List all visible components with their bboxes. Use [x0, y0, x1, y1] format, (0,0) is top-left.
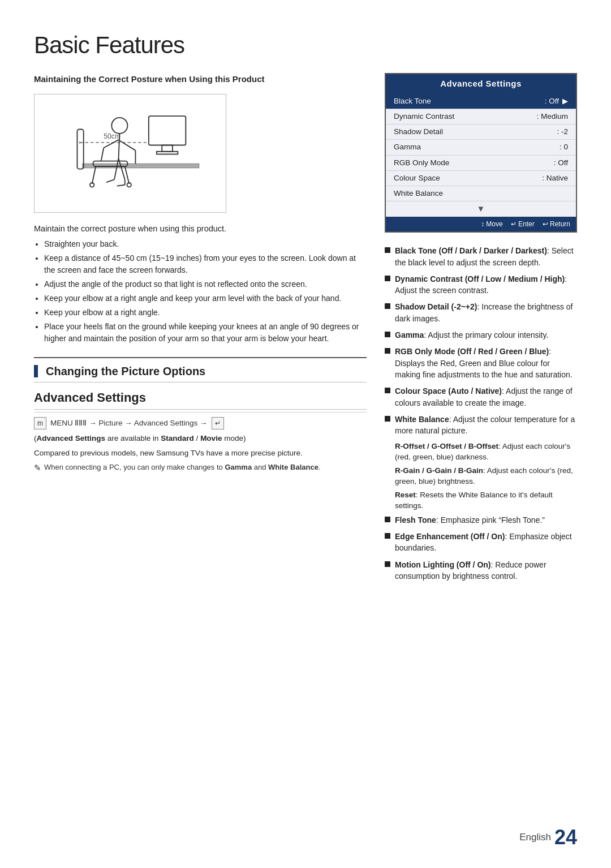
white-balance-note: R-Gain / G-Gain / B-Gain: Adjust each co…	[395, 466, 577, 487]
osd-row: Black Tone : Off ▶	[386, 94, 576, 109]
osd-move-label: ↕ Move	[481, 219, 503, 229]
note1: (Advanced Settings are available in Stan…	[34, 433, 367, 444]
feature-bullet-icon	[385, 533, 390, 539]
osd-row-label: RGB Only Mode	[394, 157, 449, 169]
adv-settings-subtitle: Advanced Settings	[34, 388, 367, 410]
feature-item: Shadow Detail (-2~+2): Increase the brig…	[385, 301, 577, 324]
svg-line-9	[118, 140, 135, 151]
svg-point-7	[111, 118, 127, 134]
footer-lang: English	[519, 830, 551, 845]
menu-path: m MENU ⅡⅡⅡ → Picture → Advanced Settings…	[34, 417, 367, 429]
svg-line-14	[118, 158, 124, 179]
menu-path-text: MENU ⅡⅡⅡ → Picture → Advanced Settings →	[50, 418, 208, 429]
svg-rect-6	[77, 129, 83, 169]
maintain-text: Maintain the correct posture when using …	[34, 223, 367, 235]
osd-return-label: ↩ Return	[543, 219, 570, 229]
svg-line-20	[125, 166, 129, 184]
feature-bullet-icon	[385, 388, 390, 393]
section-divider	[34, 357, 367, 358]
posture-bullet-item: Straighten your back.	[44, 238, 367, 250]
svg-line-15	[106, 179, 114, 182]
white-balance-note: Reset: Resets the White Balance to it's …	[395, 490, 577, 512]
osd-row-label: Dynamic Contrast	[394, 111, 454, 122]
osd-row-arrow: ▶	[562, 96, 568, 107]
feature-text: Shadow Detail (-2~+2): Increase the brig…	[395, 301, 577, 324]
section-divider-2	[34, 382, 367, 383]
osd-footer: ↕ Move ↵ Enter ↩ Return	[386, 217, 576, 231]
posture-bullets: Straighten your back.Keep a distance of …	[44, 238, 367, 345]
osd-row-label: Shadow Detail	[394, 126, 443, 137]
svg-rect-4	[157, 152, 178, 154]
osd-row: RGB Only Mode : Off	[386, 156, 576, 171]
feature-item: Edge Enhancement (Off / On): Emphasize o…	[385, 531, 577, 554]
svg-rect-5	[83, 164, 199, 167]
feature-list2: Flesh Tone: Emphasize pink “Flesh Tone.”…	[385, 514, 577, 582]
feature-text: Colour Space (Auto / Native): Adjust the…	[395, 385, 577, 409]
feature-bullet-icon	[385, 561, 390, 567]
svg-line-19	[92, 166, 96, 184]
posture-bullet-item: Keep a distance of 45~50 cm (15~19 inche…	[44, 252, 367, 276]
feature-list: Black Tone (Off / Dark / Darker / Darkes…	[385, 245, 577, 436]
posture-bullet-item: Keep your elbow at a right angle.	[44, 307, 367, 319]
posture-heading: Maintaining the Correct Posture when Usi…	[34, 73, 367, 86]
feature-text: RGB Only Mode (Off / Red / Green / Blue)…	[395, 346, 577, 380]
feature-item: RGB Only Mode (Off / Red / Green / Blue)…	[385, 346, 577, 380]
feature-item: Colour Space (Auto / Native): Adjust the…	[385, 385, 577, 409]
osd-header: Advanced Settings	[386, 74, 576, 94]
feature-text: Dynamic Contrast (Off / Low / Medium / H…	[395, 273, 577, 297]
feature-text: Black Tone (Off / Dark / Darker / Darkes…	[395, 245, 577, 268]
osd-row-value: : Medium	[536, 111, 568, 122]
blue-bar-icon	[34, 365, 38, 377]
osd-row-label: Gamma	[394, 141, 421, 153]
feature-text: Edge Enhancement (Off / On): Emphasize o…	[395, 531, 577, 554]
feature-item: Dynamic Contrast (Off / Low / Medium / H…	[385, 273, 577, 297]
feature-bullet-icon	[385, 416, 390, 422]
left-column: Maintaining the Correct Posture when Usi…	[34, 73, 367, 478]
osd-row: Shadow Detail : -2	[386, 124, 576, 140]
note2: Compared to previous models, new Samsung…	[34, 448, 367, 459]
osd-row-value: : -2	[557, 126, 568, 137]
osd-row-label: Black Tone	[394, 96, 431, 107]
feature-bullet-icon	[385, 348, 390, 354]
osd-box: Advanced Settings Black Tone : Off ▶ Dyn…	[385, 73, 577, 233]
feature-text: Motion Lighting (Off / On): Reduce power…	[395, 559, 577, 582]
changing-picture-heading: Changing the Picture Options	[34, 363, 367, 380]
feature-bullet-icon	[385, 517, 390, 522]
feature-item: Flesh Tone: Emphasize pink “Flesh Tone.”	[385, 514, 577, 526]
footer-page-number: 24	[554, 827, 577, 848]
posture-bullet-item: Keep your elbow at a right angle and kee…	[44, 293, 367, 304]
posture-illustration: 50cm	[34, 94, 226, 213]
page-title: Basic Features	[34, 27, 577, 63]
feature-bullet-icon	[385, 303, 390, 309]
white-balance-note: R-Offset / G-Offset / B-Offset: Adjust e…	[395, 441, 577, 463]
svg-rect-2	[149, 116, 186, 145]
feature-bullet-icon	[385, 332, 390, 337]
feature-text: Flesh Tone: Emphasize pink “Flesh Tone.”	[395, 514, 545, 526]
osd-row-value: : Off	[554, 157, 568, 169]
pencil-icon: ✎	[34, 462, 41, 475]
osd-row-value: : 0	[560, 141, 568, 153]
feature-text: Gamma: Adjust the primary colour intensi…	[395, 329, 548, 341]
right-column: Advanced Settings Black Tone : Off ▶ Dyn…	[385, 73, 577, 587]
svg-line-17	[117, 185, 125, 186]
osd-row: Colour Space : Native	[386, 171, 576, 186]
feature-bullet-icon	[385, 276, 390, 281]
menu-icon: m	[34, 417, 46, 429]
posture-bullet-item: Place your heels flat on the ground whil…	[44, 321, 367, 345]
svg-line-12	[101, 148, 104, 161]
feature-item: White Balance: Adjust the colour tempera…	[385, 414, 577, 437]
osd-down-arrow: ▼	[386, 201, 576, 217]
feature-text: White Balance: Adjust the colour tempera…	[395, 414, 577, 437]
osd-row-value: : Native	[542, 173, 568, 184]
pencil-note: ✎ When connecting a PC, you can only mak…	[34, 462, 367, 475]
osd-row-label: Colour Space	[394, 173, 440, 184]
enter-icon: ↵	[212, 417, 224, 429]
svg-line-11	[104, 140, 118, 148]
feature-bullet-icon	[385, 247, 390, 253]
osd-enter-label: ↵ Enter	[511, 219, 535, 229]
feature-item: Black Tone (Off / Dark / Darker / Darkes…	[385, 245, 577, 268]
osd-row: Dynamic Contrast : Medium	[386, 109, 576, 124]
feature-item: Motion Lighting (Off / On): Reduce power…	[385, 559, 577, 582]
osd-row-label: White Balance	[394, 188, 443, 199]
osd-row: Gamma : 0	[386, 140, 576, 155]
